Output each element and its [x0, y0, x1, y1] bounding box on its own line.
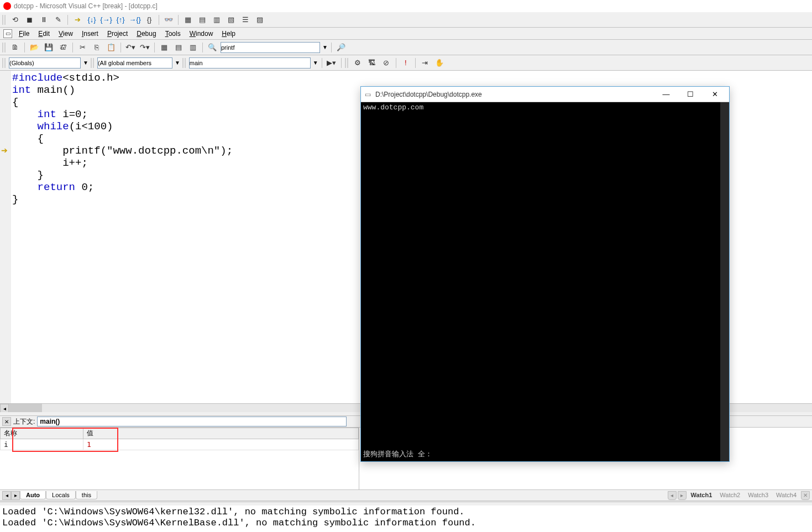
window-list-icon[interactable]: ▥ — [187, 41, 199, 54]
scroll-left-icon[interactable]: ◂ — [0, 404, 9, 413]
menu-window[interactable]: Window — [185, 29, 218, 39]
apply-icon[interactable]: ✎ — [52, 14, 64, 26]
menu-help[interactable]: Help — [217, 29, 240, 39]
menu-tools[interactable]: Tools — [161, 29, 185, 39]
memory-window-icon[interactable]: ▧ — [225, 14, 237, 26]
tab-auto[interactable]: Auto — [20, 491, 46, 499]
console-icon: ▭ — [363, 90, 372, 99]
console-title-bar[interactable]: ▭ D:\Project\dotcpp\Debug\dotcpp.exe — ☐… — [361, 87, 729, 102]
callstack-window-icon[interactable]: ☰ — [239, 14, 252, 26]
toolbar-grip[interactable] — [2, 58, 6, 68]
insert-breakpoint-icon[interactable]: ✋ — [433, 57, 446, 69]
toolbar-grip[interactable] — [345, 58, 348, 68]
locals-col-name[interactable]: 名称 — [1, 428, 83, 439]
workspace-icon[interactable]: ▦ — [158, 41, 170, 54]
window-title: dotcpp - Microsoft Visual C++ [break] - … — [14, 2, 158, 10]
cut-icon[interactable]: ✂ — [76, 41, 88, 54]
new-file-icon[interactable]: 🗎 — [9, 41, 21, 54]
variables-window-icon[interactable]: ▤ — [196, 14, 208, 26]
console-body[interactable]: www.dotcpp.com 搜狗拼音输入法 全： — [361, 102, 729, 461]
output-icon[interactable]: ▤ — [172, 41, 185, 54]
go-icon[interactable]: ▶▾ — [326, 57, 338, 69]
toolbar-grip[interactable] — [2, 43, 6, 52]
go-debug-icon[interactable]: ⇥ — [419, 57, 431, 69]
maximize-button[interactable]: ☐ — [678, 87, 703, 102]
menu-view[interactable]: View — [54, 29, 77, 39]
ime-status: 搜狗拼音输入法 全： — [363, 449, 432, 459]
tab-watch1[interactable]: Watch1 — [688, 491, 716, 500]
run-to-cursor-icon[interactable]: →{} — [129, 14, 141, 26]
var-name[interactable]: i — [1, 439, 83, 450]
document-icon[interactable]: ▭ — [3, 29, 12, 38]
step-out-icon[interactable]: {↑} — [114, 14, 127, 26]
open-icon[interactable]: 📂 — [28, 41, 40, 54]
members-combo[interactable] — [97, 57, 172, 69]
console-window[interactable]: ▭ D:\Project\dotcpp\Debug\dotcpp.exe — ☐… — [360, 86, 730, 462]
step-over-icon[interactable]: {→} — [100, 14, 112, 26]
save-all-icon[interactable]: 🖅 — [57, 41, 69, 54]
console-output-line: www.dotcpp.com — [363, 103, 727, 112]
tab-scroll-left-icon[interactable]: ◂ — [668, 491, 677, 500]
close-watch-icon[interactable]: ✕ — [801, 491, 810, 500]
stop-build-icon[interactable]: ⊘ — [380, 57, 392, 69]
var-value[interactable]: 1 — [83, 439, 359, 450]
output-panel[interactable]: Loaded 'C:\Windows\SysWOW64\kernel32.dll… — [0, 502, 812, 532]
minimize-button[interactable]: — — [654, 87, 678, 102]
tab-watch3[interactable]: Watch3 — [745, 491, 772, 500]
copy-icon[interactable]: ⎘ — [91, 41, 103, 54]
registers-window-icon[interactable]: ▥ — [211, 14, 223, 26]
app-icon — [3, 2, 11, 10]
tab-this[interactable]: this — [76, 491, 97, 499]
find-in-files-icon[interactable]: 🔍 — [206, 41, 218, 54]
wizbar-toolbar: ▼ ▼ ▼ ▶▾ ⚙ 🏗 ⊘ ! ⇥ ✋ — [0, 55, 812, 71]
find-next-icon[interactable]: 🔎 — [335, 41, 347, 54]
close-panel-icon[interactable]: ✕ — [2, 417, 11, 426]
braces-icon[interactable]: {} — [143, 14, 155, 26]
context-combo[interactable] — [37, 417, 347, 426]
standard-toolbar: 🗎 📂 💾 🖅 ✂ ⎘ 📋 ↶▾ ↷▾ ▦ ▤ ▥ 🔍 ▼ 🔎 — [0, 40, 812, 55]
break-icon[interactable]: ⏸ — [38, 14, 50, 26]
tab-scroll-left-icon[interactable]: ◂ — [2, 491, 11, 500]
step-into-icon[interactable]: {↓} — [86, 14, 98, 26]
tab-locals[interactable]: Locals — [46, 491, 76, 499]
menu-file[interactable]: File — [14, 29, 34, 39]
find-combo[interactable] — [221, 42, 320, 53]
function-combo[interactable] — [189, 57, 311, 69]
scope-combo[interactable] — [9, 57, 81, 69]
stop-debug-icon[interactable]: ◼ — [23, 14, 35, 26]
toolbar-grip[interactable] — [2, 15, 6, 25]
disassembly-window-icon[interactable]: ▨ — [254, 14, 266, 26]
save-icon[interactable]: 💾 — [43, 41, 55, 54]
execute-icon[interactable]: ! — [400, 57, 412, 69]
toolbar-grip[interactable] — [182, 58, 186, 68]
menu-edit[interactable]: Edit — [34, 29, 54, 39]
table-row: i 1 — [1, 439, 359, 450]
watch-window-icon[interactable]: ▦ — [182, 14, 194, 26]
redo-icon[interactable]: ↷▾ — [139, 41, 151, 54]
menu-insert[interactable]: Insert — [77, 29, 103, 39]
locals-col-value[interactable]: 值 — [83, 428, 359, 439]
restart-debug-icon[interactable]: ⟲ — [9, 14, 21, 26]
context-label: 上下文: — [13, 417, 35, 426]
locals-table[interactable]: 名称 值 i 1 — [0, 428, 359, 489]
toolbar-grip[interactable] — [91, 58, 94, 68]
console-title: D:\Project\dotcpp\Debug\dotcpp.exe — [375, 91, 654, 98]
quickwatch-icon[interactable]: 👓 — [163, 14, 175, 26]
menu-project[interactable]: Project — [103, 29, 132, 39]
menu-debug[interactable]: Debug — [132, 29, 160, 39]
tab-watch4[interactable]: Watch4 — [773, 491, 800, 500]
console-scrollbar[interactable] — [720, 102, 729, 461]
tab-scroll-right-icon[interactable]: ▸ — [11, 491, 20, 500]
output-line: Loaded 'C:\Windows\SysWOW64\kernel32.dll… — [2, 507, 810, 518]
tab-watch2[interactable]: Watch2 — [716, 491, 743, 500]
output-line: Loaded 'C:\Windows\SysWOW64\KernelBase.d… — [2, 518, 810, 529]
paste-icon[interactable]: 📋 — [105, 41, 117, 54]
compile-icon[interactable]: ⚙ — [352, 57, 364, 69]
undo-icon[interactable]: ↶▾ — [124, 41, 137, 54]
close-button[interactable]: ✕ — [703, 87, 727, 102]
build-icon[interactable]: 🏗 — [366, 57, 378, 69]
editor-gutter[interactable]: ➔ — [0, 71, 11, 403]
title-bar: dotcpp - Microsoft Visual C++ [break] - … — [0, 0, 812, 12]
show-next-icon[interactable]: ➔ — [71, 14, 83, 26]
tab-scroll-right-icon[interactable]: ▸ — [678, 491, 687, 500]
